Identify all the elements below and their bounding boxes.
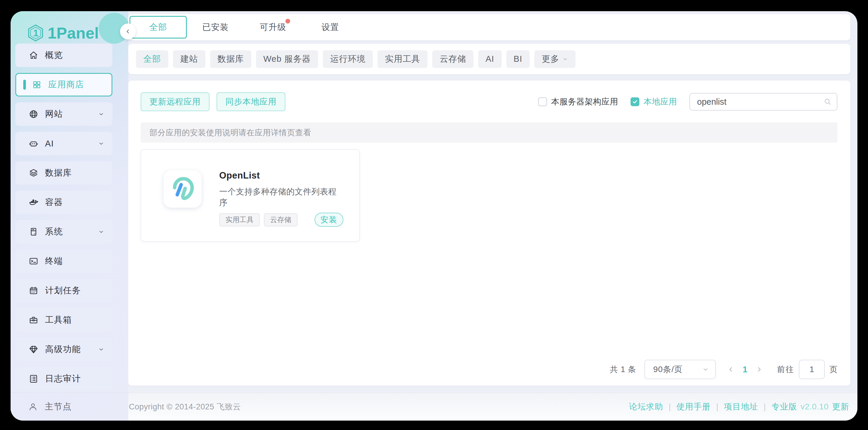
footer-link[interactable]: 使用手册 [677, 401, 711, 412]
category-chip[interactable]: 云存储 [432, 50, 473, 68]
sidebar-item[interactable]: AI [15, 132, 113, 155]
sidebar-item-label: 网站 [45, 108, 63, 120]
sidebar-item-main-node[interactable]: 主节点 [10, 393, 128, 421]
openlist-logo [164, 170, 202, 208]
active-indicator [23, 80, 26, 90]
sidebar: 1 1Panel 概览 [10, 11, 128, 421]
sidebar-item-label: 数据库 [45, 167, 72, 179]
footer-separator: | [669, 402, 671, 411]
category-chip-label: 运行环境 [330, 53, 366, 65]
local-apps-checkbox[interactable]: 本地应用 [630, 96, 677, 107]
sidebar-item[interactable]: 日志审计 [15, 367, 113, 391]
checkbox-box[interactable] [630, 97, 640, 106]
tabs-bar: 全部 已安装 可升级 [128, 14, 850, 40]
page-unit-label: 页 [830, 364, 837, 375]
total-count: 共 1 条 [610, 364, 636, 375]
category-chip[interactable]: 建站 [173, 50, 206, 68]
category-chip-label: Web 服务器 [264, 53, 311, 65]
sidebar-item[interactable]: 概览 [15, 43, 113, 67]
category-chip-label: 建站 [180, 53, 198, 65]
chevron-down-icon [98, 346, 105, 353]
page-size-select[interactable]: 90条/页 [644, 360, 716, 379]
category-chip[interactable]: BI [506, 50, 530, 68]
goto-page-input[interactable] [799, 360, 825, 379]
footer-separator: | [764, 402, 766, 411]
app-description: 一个支持多种存储的文件列表程序 [219, 186, 340, 208]
sidebar-item-label: 系统 [45, 226, 63, 238]
category-chip[interactable]: 实用工具 [377, 50, 428, 68]
home-icon [29, 50, 38, 60]
current-page[interactable]: 1 [742, 365, 748, 374]
footer-link[interactable]: 项目地址 [724, 401, 758, 412]
sidebar-item-label: 工具箱 [45, 314, 72, 326]
sidebar-item[interactable]: 高级功能 [15, 338, 113, 361]
tab[interactable]: 设置 [302, 14, 359, 40]
sidebar-item[interactable]: 应用商店 [15, 73, 113, 96]
globe-icon [29, 109, 38, 119]
checkbox-box[interactable] [538, 97, 547, 106]
terminal-icon [29, 256, 38, 266]
category-bar: 全部 建站 数据库 [128, 44, 850, 74]
chevron-down-icon [98, 228, 105, 235]
sidebar-item[interactable]: 计划任务 [15, 279, 113, 302]
version-label: v2.0.10 [801, 402, 829, 411]
calendar-icon [29, 286, 38, 296]
sidebar-item-label: 高级功能 [45, 343, 81, 355]
tab-label: 已安装 [203, 22, 229, 33]
pro-edition-link[interactable]: 专业版 [772, 401, 797, 412]
update-link[interactable]: 更新 [832, 401, 849, 412]
footer: Copyright © 2014-2025 飞致云 论坛求助 | 使用手册 | … [10, 393, 858, 421]
sidebar-item-label: 日志审计 [45, 373, 81, 385]
sidebar-item-label: 应用商店 [48, 79, 84, 91]
category-chip[interactable]: 更多 [534, 50, 576, 68]
chevron-down-icon [702, 366, 709, 373]
category-chip[interactable]: 全部 [136, 50, 168, 68]
tab[interactable]: 可升级 [244, 14, 302, 40]
next-page-icon[interactable] [755, 365, 764, 374]
robot-icon [29, 138, 38, 148]
sidebar-item[interactable]: 数据库 [15, 161, 113, 185]
prev-page-icon[interactable] [726, 365, 735, 374]
footer-link[interactable]: 论坛求助 [629, 401, 663, 412]
category-chip[interactable]: 数据库 [210, 50, 251, 68]
tab-label: 全部 [150, 22, 167, 33]
category-chip[interactable]: Web 服务器 [256, 50, 318, 68]
notice-banner: 部分应用的安装使用说明请在应用详情页查看 [141, 122, 837, 143]
upgrade-badge-dot [285, 19, 290, 24]
sidebar-item-label: 计划任务 [45, 285, 81, 296]
chevron-down-icon [562, 56, 568, 62]
sidebar-item-label: 概览 [45, 49, 63, 61]
sidebar-item[interactable]: 容器 [15, 191, 113, 214]
install-button[interactable]: 安装 [314, 213, 343, 227]
app-tag: 实用工具 [219, 213, 260, 227]
tab[interactable]: 全部 [129, 16, 187, 38]
category-chip-label: AI [486, 54, 494, 64]
toolbox-icon [29, 315, 38, 325]
sidebar-item[interactable]: 网站 [15, 102, 113, 126]
category-chip[interactable]: AI [478, 50, 501, 68]
update-remote-apps-button[interactable]: 更新远程应用 [141, 92, 210, 111]
search-box [689, 93, 837, 110]
toolbar: 更新远程应用 同步本地应用 本服务器架构应用 [141, 92, 837, 111]
server-arch-apps-checkbox[interactable]: 本服务器架构应用 [538, 96, 618, 107]
sidebar-collapse-button[interactable] [120, 24, 136, 39]
sidebar-menu: 概览 应用商店 网站 [15, 43, 113, 396]
main-content: 全部 已安装 可升级 [128, 11, 858, 421]
check-icon [632, 99, 638, 105]
log-icon [29, 374, 38, 384]
category-chip[interactable]: 运行环境 [323, 50, 373, 68]
category-chip-label: BI [514, 54, 522, 64]
app-card[interactable]: OpenList 一个支持多种存储的文件列表程序 实用工具 云存储 [141, 149, 360, 242]
sidebar-item[interactable]: 系统 [15, 220, 113, 243]
tab[interactable]: 已安装 [187, 14, 244, 40]
screen: 1 1Panel 概览 [0, 0, 868, 430]
category-chip-label: 数据库 [217, 53, 244, 65]
user-icon [28, 402, 38, 411]
sidebar-item[interactable]: 终端 [15, 250, 113, 273]
sidebar-item[interactable]: 工具箱 [15, 308, 113, 332]
sync-local-apps-button[interactable]: 同步本地应用 [217, 92, 285, 111]
category-chip-label: 全部 [143, 53, 161, 65]
sidebar-item-label: 容器 [45, 196, 63, 208]
search-input[interactable] [689, 93, 837, 110]
app-grid-icon [32, 80, 42, 90]
